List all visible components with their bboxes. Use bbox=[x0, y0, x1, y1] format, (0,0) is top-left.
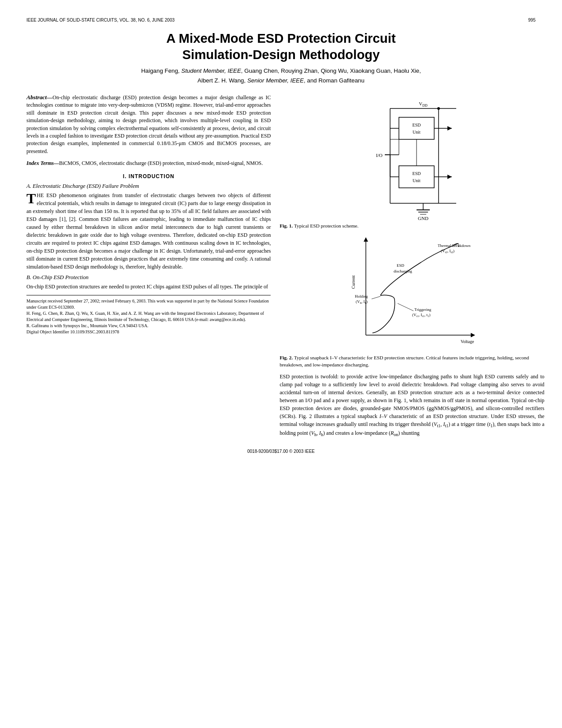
footnotes: Manuscript received September 27, 2002; … bbox=[26, 295, 271, 335]
footnote-4: Digital Object Identifier 10.1109/JSSC.2… bbox=[26, 329, 271, 335]
svg-text:VDD: VDD bbox=[419, 101, 428, 108]
footnote-1: Manuscript received September 27, 2002; … bbox=[26, 298, 271, 310]
svg-marker-11 bbox=[447, 126, 452, 131]
svg-text:Voltage: Voltage bbox=[461, 339, 474, 344]
svg-text:(Vt2, It2): (Vt2, It2) bbox=[441, 249, 454, 254]
figure1-block: VDD I/O ESD Unit bbox=[279, 97, 544, 229]
svg-text:ESD: ESD bbox=[412, 123, 421, 127]
abstract-label: Abstract— bbox=[26, 94, 52, 101]
svg-line-47 bbox=[398, 303, 413, 311]
main-title: A Mixed-Mode ESD Protection Circuit Simu… bbox=[26, 30, 536, 63]
bottom-bar: 0018-9200/03$17.00 © 2003 IEEE bbox=[26, 449, 536, 454]
svg-text:ESD: ESD bbox=[397, 263, 405, 268]
index-terms: Index Terms—BiCMOS, CMOS, electrostatic … bbox=[26, 160, 271, 167]
svg-text:Triggering: Triggering bbox=[414, 307, 432, 312]
footnote-2: H. Feng, G. Chen, R. Zhan, Q. Wu, X. Gua… bbox=[26, 310, 271, 323]
svg-text:ESD: ESD bbox=[412, 171, 421, 176]
svg-text:Holding: Holding bbox=[355, 294, 368, 299]
right-column: VDD I/O ESD Unit bbox=[279, 93, 544, 441]
figure1-svg: VDD I/O ESD Unit bbox=[346, 97, 478, 221]
figure2-svg: Current Voltage ESD discharging bbox=[342, 234, 483, 353]
svg-text:discharging: discharging bbox=[394, 269, 412, 273]
svg-text:Unit: Unit bbox=[413, 130, 421, 134]
svg-text:GND: GND bbox=[418, 216, 428, 221]
svg-rect-6 bbox=[399, 117, 434, 139]
svg-line-46 bbox=[372, 296, 380, 299]
svg-text:(Vt1, It1, t1): (Vt1, It1, t1) bbox=[412, 313, 430, 318]
svg-text:Unit: Unit bbox=[413, 178, 421, 183]
figure1-caption: Fig. 1. Typical ESD protection scheme. bbox=[279, 223, 544, 229]
authors: Haigang Feng, Student Member, IEEE, Guan… bbox=[26, 66, 536, 85]
subsectionA-title: A. Electrostatic Discharge (ESD) Failure… bbox=[26, 183, 271, 190]
subsectionB-para1: On-chip ESD protection structures are ne… bbox=[26, 283, 271, 291]
subsectionB-title: B. On-Chip ESD Protection bbox=[26, 274, 271, 281]
svg-text:Current: Current bbox=[351, 275, 356, 289]
title-block: A Mixed-Mode ESD Protection Circuit Simu… bbox=[26, 30, 536, 85]
abstract-text: Abstract—On-chip electrostatic discharge… bbox=[26, 93, 271, 155]
abstract-block: Abstract—On-chip electrostatic discharge… bbox=[26, 93, 271, 155]
footnote-3: R. Gafiteanu is with Synopsys Inc., Moun… bbox=[26, 323, 271, 329]
header-left: IEEE JOURNAL OF SOLID-STATE CIRCUITS, VO… bbox=[26, 18, 175, 22]
svg-marker-34 bbox=[364, 237, 368, 242]
svg-marker-35 bbox=[471, 333, 475, 337]
figure2-caption: Fig. 2. Typical snapback I–V characteris… bbox=[279, 355, 544, 368]
section1-title: I. Introduction bbox=[26, 173, 271, 179]
svg-text:I/O: I/O bbox=[376, 153, 383, 158]
right-col-para: ESD protection is twofold: to provide ac… bbox=[279, 373, 544, 438]
svg-marker-20 bbox=[447, 175, 452, 179]
left-column: Abstract—On-chip electrostatic discharge… bbox=[26, 93, 271, 441]
index-terms-label: Index Terms— bbox=[26, 160, 59, 166]
svg-text:Thermal Breakdown: Thermal Breakdown bbox=[438, 243, 471, 248]
header-right: 995 bbox=[528, 18, 536, 22]
subsectionA-para1: THE ESD phenomenon originates from trans… bbox=[26, 191, 271, 271]
svg-rect-14 bbox=[399, 166, 434, 188]
figure2-block: Current Voltage ESD discharging bbox=[279, 234, 544, 368]
